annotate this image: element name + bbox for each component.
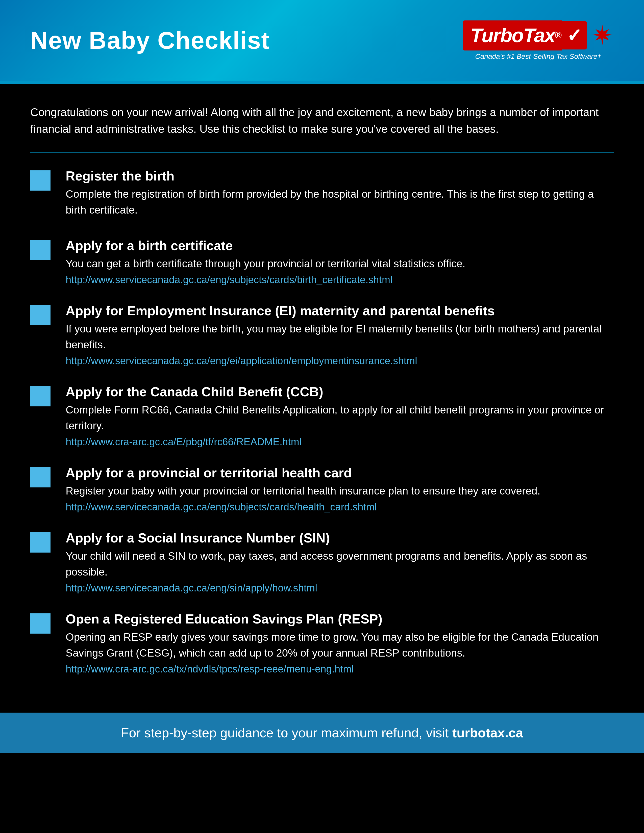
page-header: New Baby Checklist TurboTax ® ✓ Canada's… — [0, 0, 644, 81]
item-title: Apply for Employment Insurance (EI) mate… — [66, 303, 614, 318]
checkbox[interactable] — [30, 305, 50, 325]
checklist-content: Apply for the Canada Child Benefit (CCB)… — [66, 384, 614, 447]
checkbox[interactable] — [30, 532, 50, 553]
item-title: Apply for a Social Insurance Number (SIN… — [66, 530, 614, 545]
intro-text: Congratulations on your new arrival! Alo… — [30, 104, 614, 137]
checklist-item: Register the birthComplete the registrat… — [30, 168, 614, 220]
turbotax-tagline: Canada's #1 Best-Selling Tax Software† — [475, 53, 601, 61]
main-content: Congratulations on your new arrival! Alo… — [0, 84, 644, 712]
item-title: Apply for the Canada Child Benefit (CCB) — [66, 384, 614, 399]
checklist-item: Apply for the Canada Child Benefit (CCB)… — [30, 384, 614, 447]
item-link[interactable]: http://www.servicecanada.gc.ca/eng/sin/a… — [66, 582, 614, 594]
checkbox[interactable] — [30, 467, 50, 487]
turbotax-trademark: ® — [555, 30, 562, 41]
checklist-content: Apply for Employment Insurance (EI) mate… — [66, 303, 614, 367]
item-link[interactable]: http://www.servicecanada.gc.ca/eng/subje… — [66, 501, 614, 513]
checklist-content: Register the birthComplete the registrat… — [66, 168, 614, 220]
item-body: You can get a birth certificate through … — [66, 256, 614, 272]
section-divider — [30, 153, 614, 153]
checkbox[interactable] — [30, 170, 50, 191]
item-link[interactable]: http://www.servicecanada.gc.ca/eng/ei/ap… — [66, 355, 614, 367]
item-link[interactable]: http://www.servicecanada.gc.ca/eng/subje… — [66, 274, 614, 286]
checklist-item: Apply for a birth certificateYou can get… — [30, 238, 614, 286]
turbotax-logo: TurboTax ® ✓ Canada's #1 Best-Selling Ta… — [463, 21, 614, 61]
checklist-item: Apply for a provincial or territorial he… — [30, 465, 614, 513]
item-body: Your child will need a SIN to work, pay … — [66, 548, 614, 580]
item-title: Register the birth — [66, 168, 614, 183]
checkbox[interactable] — [30, 240, 50, 260]
checklist-content: Open a Registered Education Savings Plan… — [66, 611, 614, 675]
maple-leaf-icon — [591, 24, 614, 46]
checklist-item: Open a Registered Education Savings Plan… — [30, 611, 614, 675]
item-title: Apply for a birth certificate — [66, 238, 614, 253]
item-title: Open a Registered Education Savings Plan… — [66, 611, 614, 627]
item-link[interactable]: http://www.cra-arc.gc.ca/E/pbg/tf/rc66/R… — [66, 436, 614, 447]
checklist-item: Apply for Employment Insurance (EI) mate… — [30, 303, 614, 367]
page-footer: For step-by-step guidance to your maximu… — [0, 712, 644, 753]
checklist-content: Apply for a Social Insurance Number (SIN… — [66, 530, 614, 594]
checklist-content: Apply for a birth certificateYou can get… — [66, 238, 614, 286]
item-body: Register your baby with your provincial … — [66, 483, 614, 499]
page-title: New Baby Checklist — [30, 26, 270, 54]
checkbox[interactable] — [30, 386, 50, 407]
checkbox[interactable] — [30, 613, 50, 634]
checklist-content: Apply for a provincial or territorial he… — [66, 465, 614, 513]
footer-text: For step-by-step guidance to your maximu… — [30, 725, 614, 740]
item-title: Apply for a provincial or territorial he… — [66, 465, 614, 480]
item-body: If you were employed before the birth, y… — [66, 321, 614, 353]
item-body: Complete the registration of birth form … — [66, 186, 614, 218]
turbotax-brand-name: TurboTax — [470, 24, 555, 47]
svg-marker-0 — [592, 25, 613, 45]
item-body: Opening an RESP early gives your savings… — [66, 629, 614, 661]
header-divider — [0, 81, 644, 84]
checklist-container: Register the birthComplete the registrat… — [30, 168, 614, 675]
item-link[interactable]: http://www.cra-arc.gc.ca/tx/ndvdls/tpcs/… — [66, 663, 614, 675]
item-body: Complete Form RC66, Canada Child Benefit… — [66, 402, 614, 434]
checklist-item: Apply for a Social Insurance Number (SIN… — [30, 530, 614, 594]
